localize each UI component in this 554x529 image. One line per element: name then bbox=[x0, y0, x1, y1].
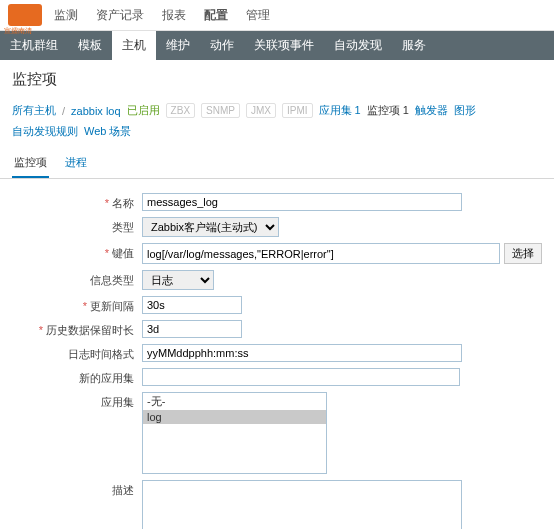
subnav-maintenance[interactable]: 维护 bbox=[156, 31, 200, 60]
subnav-discovery[interactable]: 自动发现 bbox=[324, 31, 392, 60]
breadcrumb-link-items[interactable]: 监控项 1 bbox=[367, 103, 409, 118]
subnav-services[interactable]: 服务 bbox=[392, 31, 436, 60]
tab-process[interactable]: 进程 bbox=[63, 151, 89, 178]
tabs: 监控项 进程 bbox=[0, 143, 554, 179]
topnav-administration[interactable]: 管理 bbox=[246, 7, 270, 24]
subnav-actions[interactable]: 动作 bbox=[200, 31, 244, 60]
label-appset: 应用集 bbox=[12, 392, 142, 410]
label-infotype: 信息类型 bbox=[12, 270, 142, 288]
breadcrumb-enabled: 已启用 bbox=[127, 103, 160, 118]
top-menu: 监测 资产记录 报表 配置 管理 bbox=[54, 7, 270, 24]
breadcrumb-link-triggers[interactable]: 触发器 bbox=[415, 103, 448, 118]
textarea-desc[interactable] bbox=[142, 480, 462, 529]
breadcrumb-jmx: JMX bbox=[246, 103, 276, 118]
page-title: 监控项 bbox=[0, 60, 554, 99]
label-interval: 更新间隔 bbox=[12, 296, 142, 314]
breadcrumb-link-web[interactable]: Web 场景 bbox=[84, 124, 131, 139]
topnav-reports[interactable]: 报表 bbox=[162, 7, 186, 24]
breadcrumb-all-hosts[interactable]: 所有主机 bbox=[12, 103, 56, 118]
breadcrumb: 所有主机 / zabbix loq 已启用 ZBX SNMP JMX IPMI … bbox=[0, 99, 554, 143]
select-infotype[interactable]: 日志 bbox=[142, 270, 214, 290]
listbox-item-none[interactable]: -无- bbox=[143, 393, 326, 410]
listbox-item-log[interactable]: log bbox=[143, 410, 326, 424]
topnav-monitoring[interactable]: 监测 bbox=[54, 7, 78, 24]
tab-item[interactable]: 监控项 bbox=[12, 151, 49, 178]
input-newappset[interactable] bbox=[142, 368, 460, 386]
subnav-templates[interactable]: 模板 bbox=[68, 31, 112, 60]
topnav-configuration[interactable]: 配置 bbox=[204, 7, 228, 24]
breadcrumb-zbx: ZBX bbox=[166, 103, 195, 118]
subnav-correlation[interactable]: 关联项事件 bbox=[244, 31, 324, 60]
breadcrumb-ipmi: IPMI bbox=[282, 103, 313, 118]
input-name[interactable] bbox=[142, 193, 462, 211]
topnav-inventory[interactable]: 资产记录 bbox=[96, 7, 144, 24]
label-key: 键值 bbox=[12, 243, 142, 261]
label-history: 历史数据保留时长 bbox=[12, 320, 142, 338]
input-interval[interactable] bbox=[142, 296, 242, 314]
select-type[interactable]: Zabbix客户端(主动式) bbox=[142, 217, 279, 237]
input-history[interactable] bbox=[142, 320, 242, 338]
input-logtime[interactable] bbox=[142, 344, 462, 362]
label-logtime: 日志时间格式 bbox=[12, 344, 142, 362]
breadcrumb-link-graphs[interactable]: 图形 bbox=[454, 103, 476, 118]
item-form: 名称 类型 Zabbix客户端(主动式) 键值 选择 信息类型 日志 更新间隔 … bbox=[0, 179, 554, 529]
select-key-button[interactable]: 选择 bbox=[504, 243, 542, 264]
subnav-hosts[interactable]: 主机 bbox=[112, 31, 156, 60]
top-nav: 监测 资产记录 报表 配置 管理 bbox=[0, 0, 554, 31]
sub-nav: 主机群组 模板 主机 维护 动作 关联项事件 自动发现 服务 bbox=[0, 31, 554, 60]
listbox-appset[interactable]: -无- log bbox=[142, 392, 327, 474]
input-key[interactable] bbox=[142, 243, 500, 264]
breadcrumb-link-appset[interactable]: 应用集 1 bbox=[319, 103, 361, 118]
breadcrumb-link-discovery[interactable]: 自动发现规则 bbox=[12, 124, 78, 139]
breadcrumb-sep: / bbox=[62, 105, 65, 117]
label-newappset: 新的应用集 bbox=[12, 368, 142, 386]
breadcrumb-snmp: SNMP bbox=[201, 103, 240, 118]
label-type: 类型 bbox=[12, 217, 142, 235]
label-name: 名称 bbox=[12, 193, 142, 211]
breadcrumb-host[interactable]: zabbix loq bbox=[71, 105, 121, 117]
logo bbox=[8, 4, 42, 26]
label-desc: 描述 bbox=[12, 480, 142, 498]
